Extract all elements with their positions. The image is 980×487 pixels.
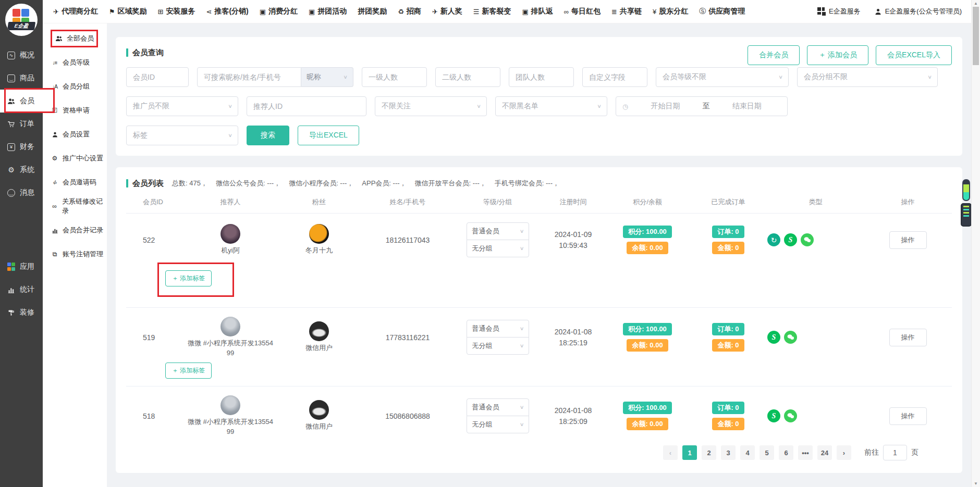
submenu-all-members[interactable]: 全部会员	[43, 27, 107, 51]
member-type-cell: S	[767, 409, 864, 422]
row-action-button[interactable]: 操作	[889, 407, 927, 425]
page-button-2[interactable]: 2	[702, 445, 716, 460]
table-header: 会员ID 推荐人 粉丝 姓名/手机号 等级/分组 注册时间 积分/余额 已完成订…	[126, 189, 952, 214]
member-group-select[interactable]: 无分组∨	[467, 240, 529, 257]
submenu-invite-code[interactable]: ‹/›会员邀请码	[43, 170, 107, 194]
sidebar-item-system[interactable]: ⚙ 系统	[0, 158, 43, 181]
submenu-merge-records[interactable]: 会员合并记录	[43, 218, 107, 242]
row-action-button[interactable]: 操作	[889, 231, 927, 249]
add-tag-button[interactable]: ＋ 添加标签	[165, 363, 212, 379]
submenu-qualification[interactable]: ☑资格申请	[43, 98, 107, 122]
member-id-input[interactable]	[126, 67, 189, 87]
page-title: 会员查询	[132, 48, 164, 58]
topnav-supplier-management[interactable]: Ⓢ供应商管理	[699, 7, 745, 16]
member-level-select[interactable]: 普通会员∨	[467, 222, 529, 240]
member-group-select[interactable]: 会员分组不限∨	[797, 67, 938, 87]
member-level-select[interactable]: 普通会员∨	[467, 398, 529, 416]
member-group-select[interactable]: 无分组∨	[467, 416, 529, 433]
add-member-button[interactable]: ＋ 添加会员	[807, 45, 868, 65]
sidebar-item-overview[interactable]: ∿ 概况	[0, 44, 43, 67]
sidebar-item-orders[interactable]: 订单	[0, 113, 43, 135]
submenu-account-cancellation[interactable]: ⧉账号注销管理	[43, 242, 107, 266]
register-date-range[interactable]: ◷ 开始日期 至 结束日期	[616, 96, 788, 116]
wechat-icon	[784, 331, 797, 344]
topnav-newcomer-award[interactable]: ✈新人奖	[432, 7, 462, 16]
submenu-member-levels[interactable]: ↓≡会员等级	[43, 51, 107, 74]
topnav-agent-dividend[interactable]: ✈代理商分红	[53, 7, 98, 16]
sidebar-item-goods[interactable]: ‿ 商品	[0, 67, 43, 90]
member-group-select[interactable]: 无分组∨	[467, 337, 529, 355]
add-tag-button[interactable]: ＋ 添加标签	[165, 270, 212, 286]
current-user[interactable]: E企盈服务(公众号管理员)	[874, 7, 962, 16]
wechat-icon	[784, 409, 797, 422]
custom-field-input[interactable]	[582, 67, 647, 87]
page-button-1[interactable]: 1	[682, 445, 697, 460]
scrollbar-thumb[interactable]	[973, 7, 979, 65]
logo[interactable]: E企盈	[0, 0, 43, 44]
submenu-relation-chain-log[interactable]: ∞关系链修改记录	[43, 194, 107, 218]
paint-roller-icon	[7, 309, 16, 317]
submenu-member-settings[interactable]: 会员设置	[43, 122, 107, 146]
keyword-type-select[interactable]: 昵称∨	[301, 67, 353, 87]
page-ellipsis[interactable]: •••	[798, 445, 813, 460]
topnav-consume-dividend[interactable]: ▣消费分红	[260, 7, 298, 16]
topnav-groupbuy-activity[interactable]: ▣拼团活动	[309, 7, 347, 16]
merge-members-button[interactable]: 合并会员	[748, 45, 800, 65]
topnav-promoter[interactable]: ⋖推客(分销)	[206, 7, 248, 16]
sidebar-item-decorate[interactable]: 装修	[0, 301, 43, 324]
page-button-4[interactable]: 4	[740, 445, 755, 460]
sidebar-item-finance[interactable]: ¥ 财务	[0, 135, 43, 158]
member-level-select[interactable]: 普通会员∨	[467, 320, 529, 338]
topnav-share-chain[interactable]: ≣共享链	[611, 7, 642, 16]
chat-icon: ‿	[7, 189, 16, 197]
referrer-id-input[interactable]	[247, 96, 366, 116]
page-button-6[interactable]: 6	[779, 445, 793, 460]
topnav-daily-redpacket[interactable]: ∞每日红包	[564, 7, 601, 16]
page-button-5[interactable]: 5	[760, 445, 774, 460]
page-button-24[interactable]: 24	[817, 445, 832, 460]
search-button[interactable]: 搜索	[247, 126, 289, 145]
topnav-region-reward[interactable]: ⚑区域奖励	[109, 7, 147, 16]
team-count-input[interactable]	[509, 67, 574, 87]
end-date-placeholder[interactable]: 结束日期	[713, 102, 781, 111]
blacklist-filter-select[interactable]: 不限黑名单∨	[495, 96, 607, 116]
scroll-up-icon[interactable]: ▲	[972, 1, 980, 6]
row-action-button[interactable]: 操作	[889, 329, 927, 346]
keyword-input[interactable]	[197, 67, 301, 87]
promoter-select[interactable]: 推广员不限∨	[126, 96, 238, 116]
submenu-member-groups[interactable]: ↓A会员分组	[43, 74, 107, 98]
sidebar-item-apps[interactable]: 应用	[0, 255, 43, 278]
sidebar-item-statistics[interactable]: 统计	[0, 278, 43, 301]
tag-select[interactable]: 标签∨	[126, 126, 238, 145]
browser-scrollbar[interactable]: ▲ ▼	[971, 0, 980, 487]
topnav-install-service[interactable]: ⊞安装服务	[158, 7, 195, 16]
referrer-avatar	[220, 317, 240, 336]
prev-page-button[interactable]: ‹	[663, 445, 678, 460]
title-accent-bar	[126, 179, 128, 188]
topnav-investment[interactable]: ♻招商	[398, 7, 421, 16]
page-button-3[interactable]: 3	[721, 445, 736, 460]
topnav-shareholder-dividend[interactable]: ¥股东分红	[653, 7, 688, 16]
submenu-promotion-settings[interactable]: ⚙推广中心设置	[43, 146, 107, 170]
extension-widget-gradient[interactable]	[962, 179, 970, 201]
member-level-select[interactable]: 会员等级不限∨	[656, 67, 789, 87]
follow-filter-select[interactable]: 不限关注∨	[375, 96, 487, 116]
topnav-queue-return[interactable]: ▣排队返	[522, 7, 553, 16]
sidebar-item-messages[interactable]: ‿ 消息	[0, 181, 43, 204]
topnav-newcustomer-fission[interactable]: ☰新客裂变	[473, 7, 511, 16]
goto-page-input[interactable]	[883, 445, 907, 460]
next-page-button[interactable]: ›	[837, 445, 851, 460]
member-list-panel: 会员列表 总数: 475， 微信公众号会员: ---， 微信小程序会员: ---…	[116, 167, 962, 473]
service-menu[interactable]: E企盈服务	[817, 7, 861, 16]
start-date-placeholder[interactable]: 开始日期	[631, 102, 699, 111]
export-excel-button[interactable]: 导出EXCEL	[298, 126, 359, 145]
extension-widget-stripes[interactable]	[961, 203, 972, 227]
excel-import-button[interactable]: 会员EXCEL导入	[876, 45, 952, 65]
topnav-groupbuy-reward[interactable]: 拼团奖励	[358, 7, 387, 16]
referrer-name: 微微 #小程序系统开发13554 99	[188, 417, 274, 437]
level2-count-input[interactable]	[435, 67, 500, 87]
level1-count-input[interactable]	[362, 67, 427, 87]
table-row: 522 机yi阿 冬月十九 18126117043 普通会员∨ 无分组∨ 202…	[126, 214, 952, 308]
sidebar-item-members[interactable]: 会员	[0, 90, 43, 113]
scroll-down-icon[interactable]: ▼	[972, 481, 980, 486]
